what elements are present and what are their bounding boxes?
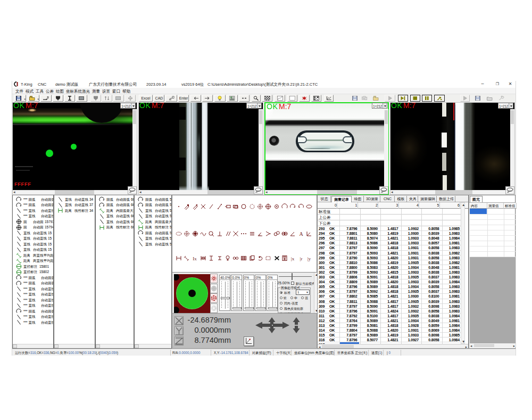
tool-perp2-icon[interactable] (217, 255, 224, 262)
view-hscroll-thumb[interactable] (55, 190, 94, 194)
toolbar-jog-button[interactable] (125, 95, 136, 102)
camera-view-3[interactable]: OKM:71=212◂ (264, 102, 389, 195)
tool-xbig-icon[interactable] (232, 230, 240, 238)
tool-pencil2-icon[interactable] (192, 203, 200, 211)
list-hscrollbar[interactable] (96, 344, 134, 348)
tool-angle-right-icon[interactable] (306, 230, 313, 238)
minimize-button[interactable]: – (479, 81, 486, 87)
toolbar-bulb-button[interactable] (214, 95, 226, 102)
tool-dist-ang-icon[interactable] (184, 255, 191, 262)
ring-light-inner-button[interactable] (210, 303, 218, 313)
toolbar-probe-button[interactable] (90, 95, 101, 102)
tool-circle-icon[interactable] (240, 203, 248, 211)
toolbar-star-button[interactable] (299, 95, 310, 102)
toolbar-hammer-button[interactable] (434, 95, 445, 102)
light-slider-3[interactable]: 0% (243, 275, 254, 311)
tool-ellipse-icon[interactable] (306, 203, 313, 211)
camera-view-2[interactable]: OKM:71=212◂ (138, 102, 263, 195)
default-mode-checkbox[interactable] (291, 282, 294, 285)
tool-xblack-icon[interactable] (273, 255, 281, 262)
tool-circle-bolt-icon[interactable] (257, 203, 264, 211)
view-vscroll-thumb[interactable] (259, 110, 262, 124)
tab-8[interactable]: 测量编辑 (419, 196, 437, 202)
view-hscrollbar[interactable]: ◂ (390, 190, 505, 194)
menu-4[interactable]: 公差 (46, 89, 54, 94)
jog-z-arrows[interactable] (293, 317, 300, 333)
toolbar-dashes-button[interactable] (239, 95, 250, 102)
toolbar-ibeam-button[interactable] (64, 95, 75, 102)
toolbar-arrow-left-button[interactable] (190, 95, 201, 102)
toolbar-save-button[interactable] (351, 95, 359, 102)
menu-11[interactable]: 帮助 (122, 89, 130, 94)
menu-7[interactable]: 激光 (82, 89, 90, 94)
view-hscroll-left-icon[interactable]: ◂ (391, 191, 393, 194)
ring-light-quad-button[interactable] (210, 293, 218, 303)
tool-ellipse-dash-icon[interactable] (176, 230, 183, 238)
list-item[interactable]: 直线自动直线15 (13, 230, 53, 236)
menu-10[interactable]: 窗口 (112, 89, 120, 94)
light-slider-5[interactable]: 0% (267, 275, 278, 311)
toolbar-curve-button[interactable] (275, 95, 285, 102)
tool-pencil-icon[interactable] (184, 203, 191, 211)
combo-arrow-icon[interactable] (509, 103, 513, 108)
menu-2[interactable]: 模式 (26, 89, 34, 94)
toolbar-qr-button[interactable] (311, 95, 321, 102)
toolbar-chart-button[interactable] (324, 95, 334, 102)
y-axis-icon[interactable] (174, 326, 184, 335)
light-slider-2[interactable]: 0.0% (231, 275, 242, 311)
slider-thumb[interactable] (221, 297, 230, 299)
list-item[interactable]: *** 圆弧自动圆弧 (13, 281, 53, 286)
x-axis-icon[interactable] (174, 316, 184, 325)
view-zoom-combo[interactable]: 1=212 (498, 103, 513, 109)
toolbar-group-button[interactable] (360, 95, 369, 102)
view-lens-button[interactable] (128, 186, 137, 194)
menu-8[interactable]: 测量 (92, 89, 100, 94)
list-item[interactable]: 直线自动直线55 (135, 208, 171, 213)
view-lens-button[interactable] (505, 186, 514, 194)
list-item[interactable]: 直线自动直线55 (135, 213, 171, 219)
toolbar-stage-button[interactable] (113, 95, 124, 102)
list-item[interactable]: 圆弧自动圆弧66 (96, 202, 134, 208)
toolbar-open-folder-button[interactable] (371, 95, 380, 102)
detail-hscrollbar[interactable]: ◂ ▸ (470, 343, 516, 348)
list-item[interactable]: *** 圆弧自动圆弧 (13, 202, 53, 208)
list-item[interactable]: 距离线性标注34 (54, 208, 95, 213)
view-hscroll-left-icon[interactable]: ◂ (265, 191, 268, 194)
tool-xcross-icon[interactable] (200, 203, 207, 211)
tool-hrect-icon[interactable] (200, 255, 207, 262)
table-hscrollbar[interactable]: ◂ ▸ (318, 344, 468, 348)
list-item[interactable]: 直线自动直线15 (13, 247, 53, 253)
menu-6[interactable]: 坐标系统 (66, 89, 82, 94)
list-item[interactable]: *** 直线自动直线 (13, 314, 53, 320)
slider-thumb[interactable] (232, 307, 242, 309)
tool-calc-icon[interactable] (281, 255, 289, 262)
list-item[interactable]: 圆弧自动圆弧66 (96, 196, 134, 202)
list-item[interactable]: 直线自动直线66 (96, 213, 134, 219)
list-item[interactable]: *** 直线自动直线 (13, 303, 53, 309)
view-zoom-combo[interactable]: 1=212 (372, 103, 387, 109)
tool-arc-ccw-icon[interactable] (298, 203, 305, 211)
toolbar-play-button[interactable] (460, 95, 470, 102)
close-button[interactable]: ✕ (507, 81, 513, 87)
tool-rectline-icon[interactable] (225, 203, 232, 211)
list-item[interactable]: 直线自动直线15 (13, 241, 53, 247)
table-hscroll-thumb[interactable] (322, 345, 354, 348)
list-item[interactable]: 直线自动直线34 (54, 196, 95, 202)
tool-rect2-icon[interactable] (232, 203, 240, 211)
toolbar-pause-button[interactable] (422, 95, 432, 102)
list-item[interactable]: *** 直线自动直线 (13, 297, 53, 303)
menu-5[interactable]: 绘图 (56, 89, 64, 94)
tool-qshape-icon[interactable] (208, 230, 215, 238)
ring-light-outer-button[interactable] (210, 274, 218, 283)
radio-option-2[interactable] (280, 307, 282, 310)
toolbar-enter-button[interactable]: Enter (178, 95, 189, 102)
menu-9[interactable]: 设置 (102, 89, 110, 94)
restore-button[interactable]: ❐ (494, 81, 501, 87)
view-vscroll-thumb[interactable] (511, 110, 514, 124)
tool-circle-bolt-icon[interactable] (184, 230, 191, 238)
list-item[interactable]: 直线自动直线15 (13, 236, 53, 242)
view-hscrollbar[interactable]: ◂ (139, 190, 254, 194)
tool-grid-icon[interactable] (240, 255, 248, 262)
view-vscroll-thumb[interactable] (133, 110, 136, 124)
toolbar-measure-line-button[interactable] (40, 95, 52, 102)
